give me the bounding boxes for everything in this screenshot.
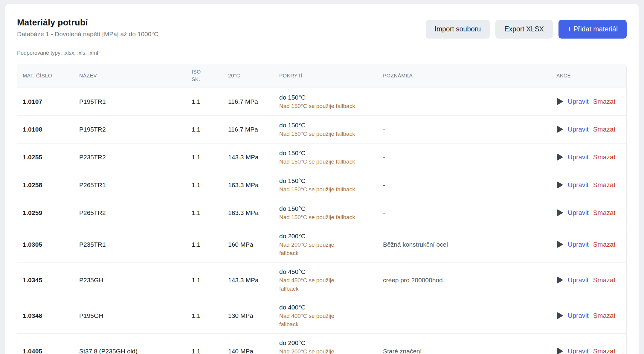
cell-coverage: do 450°C Nad 450°C se použije fallback (274, 262, 378, 298)
cell-actions: Upravit Smazat (551, 262, 627, 298)
edit-link[interactable]: Upravit (568, 347, 589, 354)
export-xlsx-button[interactable]: Export XLSX (495, 20, 553, 39)
delete-link[interactable]: Smazat (593, 347, 616, 354)
cell-note: - (378, 88, 551, 115)
cell-stress-20c: 116.7 MPa (223, 115, 274, 143)
header-20c: 20°C (223, 64, 274, 88)
cell-note: Staré značení (378, 333, 551, 354)
edit-link[interactable]: Upravit (568, 98, 589, 106)
edit-link[interactable]: Upravit (568, 181, 589, 189)
import-file-button[interactable]: Import souboru (426, 20, 490, 39)
delete-link[interactable]: Smazat (593, 312, 616, 320)
play-icon[interactable] (556, 153, 563, 161)
cell-mat-number: 1.0107 (17, 88, 74, 115)
cell-name: P235GH (74, 262, 186, 298)
cell-coverage: do 150°C Nad 150°C se použije fallback (274, 199, 378, 227)
cell-coverage: do 200°C Nad 200°C se použije fallback (274, 227, 378, 262)
add-material-button[interactable]: + Přidat materiál (558, 20, 627, 39)
cell-mat-number: 1.0108 (17, 115, 74, 143)
play-icon[interactable] (556, 276, 563, 284)
cell-note: - (378, 199, 551, 227)
cell-actions: Upravit Smazat (551, 333, 627, 354)
page-header: Materiály potrubí Databáze 1 - Dovolená … (17, 18, 627, 39)
cell-iso-group: 1.1 (186, 262, 223, 298)
coverage-fallback-warning: Nad 450°C se použije fallback (279, 276, 375, 293)
coverage-limit: do 150°C (279, 204, 375, 213)
cell-actions: Upravit Smazat (551, 88, 627, 115)
play-icon[interactable] (556, 98, 563, 105)
materials-table-body: 1.0107 P195TR1 1.1 116.7 MPa do 150°C Na… (17, 88, 627, 354)
edit-link[interactable]: Upravit (568, 241, 589, 248)
cell-actions: Upravit Smazat (551, 227, 627, 262)
table-row: 1.0258 P265TR1 1.1 163.3 MPa do 150°C Na… (17, 171, 627, 199)
cell-iso-group: 1.1 (186, 227, 223, 262)
cell-mat-number: 1.0305 (17, 227, 74, 262)
coverage-fallback-warning: Nad 400°C se použije fallback (279, 312, 375, 329)
delete-link[interactable]: Smazat (593, 153, 616, 161)
table-row: 1.0255 P235TR2 1.1 143.3 MPa do 150°C Na… (17, 143, 627, 171)
table-row: 1.0108 P195TR2 1.1 116.7 MPa do 150°C Na… (17, 115, 627, 143)
cell-name: P195TR2 (74, 115, 186, 143)
coverage-fallback-warning: Nad 200°C se použije fallback (279, 347, 375, 354)
cell-actions: Upravit Smazat (551, 143, 627, 171)
cell-coverage: do 200°C Nad 200°C se použije fallback (274, 333, 378, 354)
cell-mat-number: 1.0405 (17, 333, 74, 354)
delete-link[interactable]: Smazat (593, 181, 616, 189)
coverage-fallback-warning: Nad 150°C se použije fallback (279, 213, 375, 222)
cell-note: - (378, 143, 551, 171)
delete-link[interactable]: Smazat (593, 241, 616, 248)
edit-link[interactable]: Upravit (568, 153, 589, 161)
header-akce: AKCE (551, 64, 627, 88)
cell-stress-20c: 140 MPa (223, 333, 274, 354)
edit-link[interactable]: Upravit (568, 126, 589, 133)
cell-stress-20c: 143.3 MPa (223, 262, 274, 298)
header-iso-sk: ISO SK. (186, 64, 223, 88)
cell-stress-20c: 163.3 MPa (223, 171, 274, 199)
play-icon[interactable] (556, 312, 563, 319)
play-icon[interactable] (556, 126, 563, 133)
coverage-limit: do 150°C (279, 176, 375, 185)
cell-coverage: do 150°C Nad 150°C se použije fallback (274, 143, 378, 171)
play-icon[interactable] (556, 181, 563, 189)
edit-link[interactable]: Upravit (568, 312, 589, 320)
supported-types-hint: Podporované typy: .xlsx, .xls, .xml (17, 50, 627, 56)
cell-name: P195TR1 (74, 88, 186, 115)
coverage-limit: do 150°C (279, 121, 375, 130)
cell-stress-20c: 130 MPa (223, 298, 274, 333)
delete-link[interactable]: Smazat (593, 98, 616, 106)
delete-link[interactable]: Smazat (593, 276, 616, 284)
title-block: Materiály potrubí Databáze 1 - Dovolená … (17, 18, 158, 38)
coverage-limit: do 200°C (279, 232, 375, 241)
coverage-limit: do 450°C (279, 267, 375, 276)
table-row: 1.0259 P265TR2 1.1 163.3 MPa do 150°C Na… (17, 199, 627, 227)
edit-link[interactable]: Upravit (568, 276, 589, 284)
cell-name: P265TR2 (74, 199, 186, 227)
cell-note: - (378, 115, 551, 143)
cell-iso-group: 1.1 (186, 88, 223, 115)
page-title: Materiály potrubí (17, 18, 158, 28)
play-icon[interactable] (556, 347, 563, 354)
cell-stress-20c: 160 MPa (223, 227, 274, 262)
coverage-fallback-warning: Nad 150°C se použije fallback (279, 158, 375, 166)
cell-note: - (378, 171, 551, 199)
coverage-limit: do 150°C (279, 149, 375, 158)
delete-link[interactable]: Smazat (593, 209, 616, 217)
cell-stress-20c: 143.3 MPa (223, 143, 274, 171)
play-icon[interactable] (556, 209, 563, 216)
cell-note: creep pro 200000hod. (378, 262, 551, 298)
edit-link[interactable]: Upravit (568, 209, 589, 217)
coverage-fallback-warning: Nad 150°C se použije fallback (279, 102, 375, 110)
play-icon[interactable] (556, 241, 563, 248)
table-row: 1.0348 P195GH 1.1 130 MPa do 400°C Nad 4… (17, 298, 627, 333)
cell-name: P235TR2 (74, 143, 186, 171)
cell-coverage: do 150°C Nad 150°C se použije fallback (274, 115, 378, 143)
cell-actions: Upravit Smazat (551, 171, 627, 199)
header-pokryti: POKRYTÍ (274, 64, 378, 88)
cell-actions: Upravit Smazat (551, 199, 627, 227)
cell-stress-20c: 163.3 MPa (223, 199, 274, 227)
coverage-limit: do 400°C (279, 303, 375, 312)
delete-link[interactable]: Smazat (593, 126, 616, 133)
cell-name: P235TR1 (74, 227, 186, 262)
cell-mat-number: 1.0255 (17, 143, 74, 171)
cell-coverage: do 150°C Nad 150°C se použije fallback (274, 88, 378, 115)
